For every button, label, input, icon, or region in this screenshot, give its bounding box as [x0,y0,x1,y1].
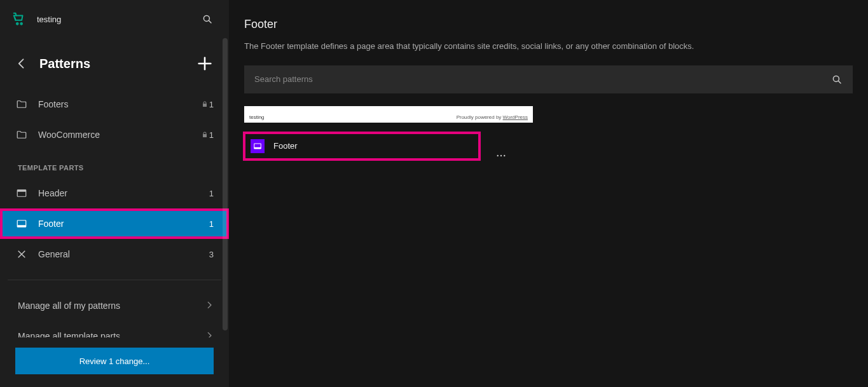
svg-rect-9 [17,225,26,227]
svg-line-13 [838,81,841,83]
sidebar-footer: Review 1 change... [0,337,229,387]
pattern-grid: testing Proudly powered by WordPress Foo… [244,106,853,167]
sidebar-item-label: General [38,249,209,259]
search-patterns-input-wrapper[interactable] [244,65,853,93]
svg-point-1 [20,23,22,25]
pattern-card[interactable]: testing Proudly powered by WordPress Foo… [244,106,533,167]
sidebar-item-count: 1 [209,219,214,229]
sidebar-item-label: WooCommerce [38,130,198,140]
svg-point-18 [504,154,505,156]
folder-icon [15,128,28,141]
manage-template-parts-label: Manage all template parts [18,331,205,337]
sidebar-item-label: Header [38,188,209,198]
sidebar-item-count: 1 [209,130,214,140]
back-icon[interactable] [15,57,28,70]
pattern-title-row[interactable]: Footer [244,133,479,160]
page-description: The Footer template defines a page area … [244,40,853,53]
sidebar-scrollbar[interactable] [223,38,228,330]
header-icon [15,187,28,200]
sidebar-item-label: Footers [38,99,198,109]
search-icon[interactable] [196,8,219,31]
more-actions-icon[interactable] [490,144,513,167]
page-title: Footer [244,0,853,31]
pattern-preview: testing Proudly powered by WordPress [244,106,533,123]
svg-point-16 [497,154,499,156]
preview-powered-by: Proudly powered by WordPress [457,114,528,120]
chevron-right-icon [205,301,214,311]
lock-icon [200,130,209,139]
svg-rect-7 [17,190,26,192]
sidebar-item-general[interactable]: General 3 [0,239,229,269]
lock-icon [200,100,209,109]
sidebar: testing Patterns Footers 1 WooCommerce 1… [0,0,229,387]
svg-point-0 [17,23,18,25]
manage-patterns-label: Manage all of my patterns [18,301,205,311]
sidebar-item-count: 1 [209,100,214,109]
sidebar-item-count: 3 [209,250,214,259]
search-icon [831,74,843,85]
sidebar-scroll[interactable]: Footers 1 WooCommerce 1 TEMPLATE PARTS H… [0,89,229,337]
footer-icon [15,217,28,230]
template-parts-label: TEMPLATE PARTS [0,150,229,178]
site-logo-icon[interactable] [10,10,28,28]
sidebar-header: Patterns [0,38,229,89]
folder-icon [15,98,28,111]
svg-rect-15 [254,147,261,148]
svg-line-3 [209,20,211,23]
preview-site-title: testing [249,114,265,120]
manage-template-parts-link[interactable]: Manage all template parts [0,321,229,337]
site-name: testing [37,15,61,24]
general-icon [15,248,28,261]
sidebar-item-header[interactable]: Header 1 [0,178,229,208]
search-patterns-input[interactable] [254,74,831,84]
manage-patterns-link[interactable]: Manage all of my patterns [0,290,229,321]
sidebar-item-footers[interactable]: Footers 1 [0,89,229,119]
template-part-icon [251,139,265,153]
topbar: testing [0,0,229,38]
sidebar-item-woocommerce[interactable]: WooCommerce 1 [0,119,229,150]
add-pattern-icon[interactable] [196,55,214,72]
sidebar-item-footer[interactable]: Footer 1 [0,208,229,239]
main-content: Footer The Footer template defines a pag… [229,0,868,387]
chevron-right-icon [205,331,214,338]
preview-powered-link: WordPress [503,114,528,120]
sidebar-item-count: 1 [209,189,214,198]
divider [8,280,221,280]
sidebar-item-label: Footer [38,219,209,229]
sidebar-title: Patterns [39,57,90,71]
preview-powered-prefix: Proudly powered by [457,114,503,120]
svg-point-17 [500,154,502,156]
review-changes-button[interactable]: Review 1 change... [15,348,214,374]
pattern-label: Footer [273,141,298,151]
